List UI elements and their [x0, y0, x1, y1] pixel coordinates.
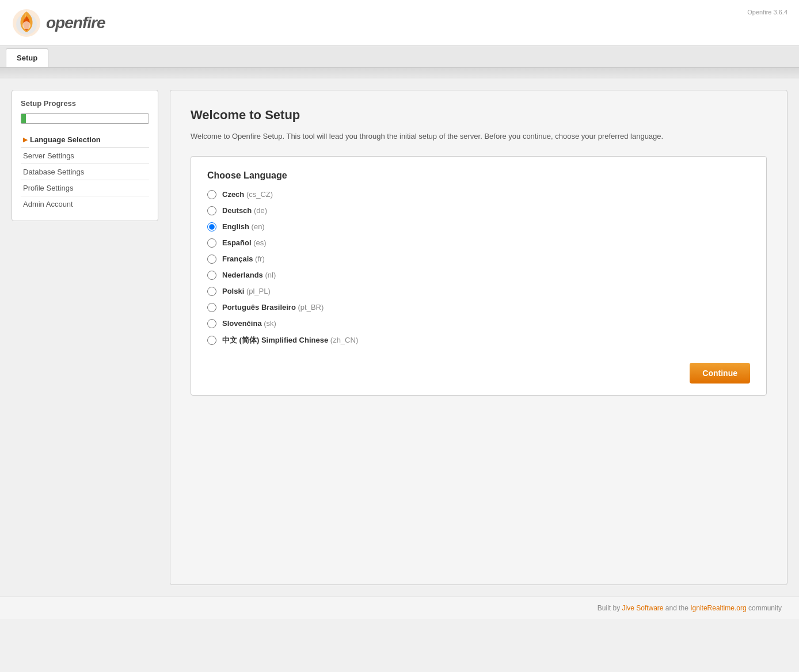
lang-radio-nederlands[interactable] — [207, 271, 216, 280]
sidebar-title: Setup Progress — [21, 99, 149, 108]
footer-link-jive[interactable]: Jive Software — [622, 604, 664, 612]
stripe-divider — [0, 68, 799, 78]
continue-row: Continue — [207, 357, 750, 384]
lang-option-francais[interactable]: Français (fr) — [207, 255, 750, 264]
footer-text-built: Built by — [598, 604, 622, 612]
tab-setup[interactable]: Setup — [6, 48, 48, 67]
lang-radio-english[interactable] — [207, 222, 216, 231]
logo-area: openfire — [12, 8, 105, 38]
continue-button[interactable]: Continue — [690, 363, 750, 384]
app-name: openfire — [46, 14, 105, 32]
page-header: openfire Openfire 3.6.4 — [0, 0, 799, 46]
sidebar: Setup Progress Language Selection Server… — [12, 90, 158, 221]
version-label: Openfire 3.6.4 — [747, 9, 787, 16]
lang-option-english[interactable]: English (en) — [207, 222, 750, 231]
welcome-description: Welcome to Openfire Setup. This tool wil… — [191, 131, 767, 142]
lang-option-czech[interactable]: Czech (cs_CZ) — [207, 190, 750, 199]
sidebar-item-language[interactable]: Language Selection — [21, 132, 149, 148]
language-box: Choose Language Czech (cs_CZ) Deutsch (d… — [191, 156, 767, 396]
main-content: Setup Progress Language Selection Server… — [0, 78, 799, 597]
choose-language-title: Choose Language — [207, 170, 750, 181]
lang-option-deutsch[interactable]: Deutsch (de) — [207, 206, 750, 215]
lang-radio-deutsch[interactable] — [207, 206, 216, 215]
lang-option-nederlands[interactable]: Nederlands (nl) — [207, 271, 750, 280]
lang-option-slovencina[interactable]: Slovenčina (sk) — [207, 319, 750, 328]
lang-option-polski[interactable]: Polski (pl_PL) — [207, 287, 750, 296]
footer-text-and: and the — [664, 604, 691, 612]
tab-bar: Setup — [0, 46, 799, 68]
sidebar-item-profile[interactable]: Profile Settings — [21, 180, 149, 196]
welcome-title: Welcome to Setup — [191, 108, 767, 123]
lang-option-espanol[interactable]: Español (es) — [207, 238, 750, 248]
svg-point-2 — [22, 21, 31, 29]
lang-radio-czech[interactable] — [207, 190, 216, 199]
footer-link-igniterealtimeorg[interactable]: IgniteRealtime.org — [690, 604, 746, 612]
lang-radio-slovencina[interactable] — [207, 319, 216, 328]
footer-text-community: community — [747, 604, 782, 612]
sidebar-item-admin[interactable]: Admin Account — [21, 196, 149, 212]
progress-bar-container — [21, 113, 149, 124]
openfire-logo-icon — [12, 8, 41, 38]
sidebar-item-server[interactable]: Server Settings — [21, 148, 149, 164]
lang-radio-francais[interactable] — [207, 255, 216, 264]
lang-option-chinese[interactable]: 中文 (简体) Simplified Chinese (zh_CN) — [207, 335, 750, 346]
lang-radio-chinese[interactable] — [207, 336, 216, 345]
progress-bar-fill — [21, 114, 26, 123]
sidebar-item-database[interactable]: Database Settings — [21, 164, 149, 180]
lang-radio-polski[interactable] — [207, 287, 216, 296]
lang-radio-espanol[interactable] — [207, 238, 216, 248]
page-footer: Built by Jive Software and the IgniteRea… — [0, 597, 799, 619]
lang-option-portugues[interactable]: Português Brasileiro (pt_BR) — [207, 303, 750, 312]
content-panel: Welcome to Setup Welcome to Openfire Set… — [170, 90, 787, 585]
lang-radio-portugues[interactable] — [207, 303, 216, 312]
